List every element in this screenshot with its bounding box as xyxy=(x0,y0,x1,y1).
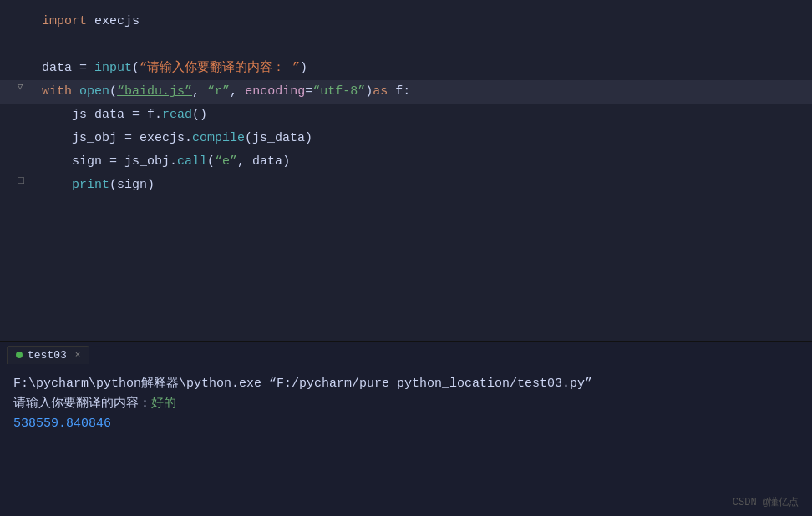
code-line-6: js_obj = execjs.compile(js_data) xyxy=(0,127,812,150)
punct: ) xyxy=(300,61,307,75)
punct: , xyxy=(192,84,207,99)
indent xyxy=(42,131,72,145)
fn-compile: compile xyxy=(192,131,245,145)
gutter-8: □ xyxy=(0,175,42,187)
fn-open: open xyxy=(79,84,109,99)
terminal-tab-test03[interactable]: test03 × xyxy=(7,346,89,364)
terminal-line-2: 请输入你要翻译的内容：好的 xyxy=(13,394,799,414)
empty-editor-space xyxy=(0,197,812,247)
indent xyxy=(42,154,72,169)
editor-area: import execjs data = input(“请输入你要翻译的内容： … xyxy=(0,0,812,342)
punct: = f. xyxy=(124,108,162,122)
indent xyxy=(42,178,72,192)
punct: ) xyxy=(305,131,312,145)
var-data: data xyxy=(42,61,72,75)
terminal-prompt-text: 请输入你要翻译的内容： xyxy=(13,397,151,411)
tab-close-button[interactable]: × xyxy=(75,350,81,360)
code-content-1: import execjs xyxy=(42,11,812,33)
punct: ( xyxy=(109,178,117,192)
punct: ) xyxy=(365,84,373,99)
var-jsdata-arg: js_data xyxy=(252,131,305,145)
tab-status-dot xyxy=(16,352,23,358)
str-e: “e” xyxy=(215,154,237,169)
csdn-watermark: CSDN @懂亿点 xyxy=(733,495,799,509)
code-line-4: ▽ with open(“baidu.js”, “r”, encoding=“u… xyxy=(0,80,812,104)
code-line-1: import execjs xyxy=(0,10,812,33)
str-utf8: “utf-8” xyxy=(312,84,365,99)
str-filename: “baidu.js” xyxy=(117,84,192,99)
punct: ( xyxy=(207,154,215,169)
terminal-line-1: F:\pycharm\python解释器\python.exe “F:/pych… xyxy=(13,374,799,394)
punct xyxy=(72,84,79,99)
indent xyxy=(42,108,72,122)
terminal-area: test03 × F:\pycharm\python解释器\python.exe… xyxy=(0,342,812,516)
str-mode: “r” xyxy=(207,84,230,99)
punct: = xyxy=(72,61,94,75)
tab-label: test03 xyxy=(28,349,67,362)
attr-encoding: encoding xyxy=(245,84,305,99)
code-content-8: print(sign) xyxy=(42,175,812,196)
code-content-6: js_obj = execjs.compile(js_data) xyxy=(42,128,812,149)
str-prompt: “请输入你要翻译的内容： ” xyxy=(140,61,300,75)
breakpoint-icon[interactable]: □ xyxy=(18,175,24,187)
terminal-content: F:\pycharm\python解释器\python.exe “F:/pych… xyxy=(0,367,812,441)
code-content-5: js_data = f.read() xyxy=(42,104,812,126)
code-content-4: with open(“baidu.js”, “r”, encoding=“utf… xyxy=(42,81,812,103)
gutter-4: ▽ xyxy=(0,81,42,92)
fn-input: input xyxy=(94,61,132,75)
var-jsobj: js_obj xyxy=(72,131,117,145)
code-line-8: □ print(sign) xyxy=(0,174,812,197)
terminal-line-3: 538559.840846 xyxy=(13,414,799,434)
punct: ( xyxy=(245,131,252,145)
fn-read: read xyxy=(162,108,192,122)
punct: = js_obj. xyxy=(102,154,177,169)
keyword-as: as xyxy=(373,84,388,99)
punct: ( xyxy=(109,84,117,99)
keyword-with: with xyxy=(42,84,72,99)
fn-print: print xyxy=(72,178,109,192)
code-line-2 xyxy=(0,33,812,57)
punct: () xyxy=(192,108,207,122)
fn-call: call xyxy=(177,154,207,169)
fold-arrow[interactable]: ▽ xyxy=(18,81,23,92)
code-content-2 xyxy=(42,34,812,56)
var-sign: sign xyxy=(72,154,102,169)
var-data-arg: data xyxy=(252,154,282,169)
code-content-3: data = input(“请输入你要翻译的内容： ”) xyxy=(42,58,812,79)
punct: = xyxy=(305,84,312,99)
code-line-7: sign = js_obj.call(“e”, data) xyxy=(0,150,812,174)
terminal-tab-bar: test03 × xyxy=(0,342,812,367)
punct: f: xyxy=(388,84,410,99)
code-line-3: data = input(“请输入你要翻译的内容： ”) xyxy=(0,57,812,80)
punct: ) xyxy=(282,154,290,169)
terminal-input-value: 好的 xyxy=(151,397,176,411)
module-execjs: execjs xyxy=(87,14,140,28)
punct: , xyxy=(230,84,245,99)
keyword-import: import xyxy=(42,14,87,28)
punct: ( xyxy=(132,61,140,75)
punct: ) xyxy=(147,178,155,192)
var-sign-arg: sign xyxy=(117,178,147,192)
punct: , xyxy=(237,154,252,169)
var-jsdata: js_data xyxy=(72,108,124,122)
punct: = execjs. xyxy=(117,131,192,145)
code-content-7: sign = js_obj.call(“e”, data) xyxy=(42,151,812,173)
code-line-5: js_data = f.read() xyxy=(0,104,812,127)
